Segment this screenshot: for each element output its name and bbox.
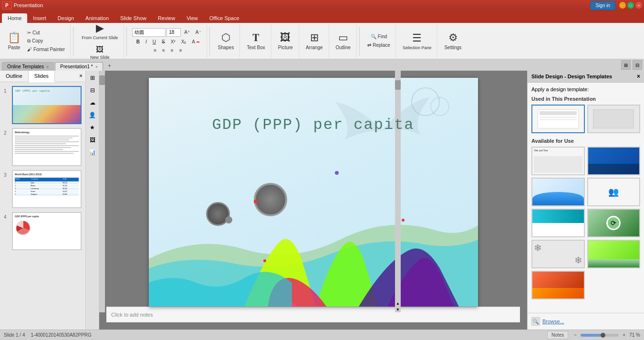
font-color-button[interactable]: A▬	[189, 38, 202, 45]
template-thumb-avail-2[interactable]	[587, 147, 641, 175]
align-center-button[interactable]: ≡	[160, 47, 167, 54]
align-left-button[interactable]: ≡	[151, 47, 159, 54]
subscript-button[interactable]: X₂	[179, 38, 189, 45]
doc-tab-presentation1[interactable]: Presentation1 * ×	[55, 62, 103, 71]
sign-in-button[interactable]: Sign in	[590, 1, 615, 10]
thumbnail-slide-4[interactable]: 4 GDP (PPP) per capita	[4, 212, 82, 250]
tab-home[interactable]: Home	[2, 13, 27, 23]
format-painter-button[interactable]: 🖌 Format Painter	[25, 46, 67, 53]
sidebar-icon-1[interactable]: ⊞	[87, 72, 98, 84]
thumbnails-container[interactable]: 1 GDP (PPP) per capita 2 Methodology	[0, 82, 85, 329]
app-logo: P	[2, 1, 12, 10]
apply-template-label: Apply a design template:	[531, 86, 640, 92]
browse-area: 🔍 Browse...	[528, 313, 644, 329]
doc-tab-label: Online Templates	[7, 64, 44, 69]
design-panel-close[interactable]: ×	[637, 73, 640, 80]
scroll-up-arrow[interactable]: ▲	[395, 300, 401, 306]
zoom-level: 71 %	[629, 332, 640, 338]
thumbnail-slide-1[interactable]: 1 GDP (PPP) per capita	[4, 86, 82, 124]
superscript-button[interactable]: X²	[168, 38, 178, 45]
template-thumb-used-2[interactable]	[587, 105, 641, 133]
scroll-down-arrow[interactable]: ▼	[395, 307, 401, 312]
selection-pane-group: ☰ Selection Pane	[397, 24, 438, 58]
new-tab-button[interactable]: +	[104, 61, 115, 71]
arrange-button[interactable]: ⊞ Arrange	[303, 30, 326, 52]
panel-close-button[interactable]: ×	[76, 71, 85, 82]
tab-review[interactable]: Review	[152, 13, 181, 23]
dot-red-3	[402, 219, 405, 222]
doc-tab-close-presentation1[interactable]: ×	[95, 64, 98, 69]
template-thumb-avail-1[interactable]: Title and Text	[531, 147, 585, 175]
thumbnail-slide-2[interactable]: 2 Methodology	[4, 128, 82, 166]
italic-button[interactable]: I	[143, 38, 149, 45]
thumb-img-4: GDP (PPP) per capita	[12, 212, 82, 250]
font-decrease-button[interactable]: A⁻	[193, 29, 204, 36]
outline-tab[interactable]: Outline	[0, 71, 29, 82]
sidebar-icon-6[interactable]: 🖼	[87, 134, 98, 146]
title-bar: P Presentation Sign in − □ ×	[0, 0, 644, 11]
sidebar-icon-4[interactable]: 👤	[87, 109, 98, 121]
close-button[interactable]: ×	[635, 2, 642, 9]
slide-group: ▶ From Current Slide 🖼 New Slide	[76, 24, 124, 58]
tab-insert[interactable]: Insert	[27, 13, 52, 23]
align-right-button[interactable]: ≡	[168, 47, 176, 54]
template-thumb-avail-7[interactable]: ❄ ❄	[531, 240, 585, 268]
selection-pane-button[interactable]: ☰ Selection Pane	[400, 31, 435, 52]
find-button[interactable]: 🔍 Find	[368, 33, 389, 40]
browse-button[interactable]: Browse...	[542, 319, 564, 324]
template-thumb-avail-5[interactable]	[531, 209, 585, 237]
maximize-button[interactable]: □	[627, 2, 634, 9]
slide-right-scrollbar[interactable]	[395, 71, 401, 312]
view-toggle-2[interactable]: ⊟	[633, 60, 642, 70]
paste-button[interactable]: 📋 Paste	[5, 30, 23, 52]
zoom-thumb[interactable]	[601, 333, 605, 338]
underline-button[interactable]: U	[150, 38, 158, 45]
slides-tab[interactable]: Slides	[29, 71, 55, 82]
template-thumb-avail-8[interactable]	[587, 240, 641, 268]
thumb-number-4: 4	[4, 214, 10, 220]
sidebar-icon-5[interactable]: ★	[87, 122, 98, 133]
textbox-button[interactable]: 𝐓 Text Box	[244, 30, 268, 52]
strikethrough-button[interactable]: S	[159, 38, 167, 45]
sidebar-icon-7[interactable]: 📊	[87, 147, 98, 158]
zoom-out-button[interactable]: −	[572, 332, 579, 339]
font-name-box[interactable]: 幼圆	[132, 28, 166, 37]
new-slide-button[interactable]: 🖼 New Slide	[87, 44, 113, 61]
thumbnail-slide-3[interactable]: 3 World Bank (2011-2013) Rank Country In…	[4, 170, 82, 208]
replace-button[interactable]: ⇄ Replace	[365, 42, 393, 49]
template-thumb-avail-3[interactable]	[531, 178, 585, 206]
sidebar-icon-3[interactable]: ☁	[87, 97, 98, 108]
notes-button[interactable]: Notes	[547, 331, 568, 339]
font-size-box[interactable]: 18	[166, 28, 181, 37]
doc-tab-close-online[interactable]: ×	[46, 64, 49, 69]
from-current-slide-button[interactable]: ▶ From Current Slide	[79, 21, 121, 42]
template-thumb-used-1[interactable]	[531, 105, 585, 133]
template-thumb-avail-6[interactable]: ⟳	[587, 209, 641, 237]
left-scroll-thumb	[99, 75, 105, 85]
settings-button[interactable]: ⚙ Settings	[441, 30, 464, 52]
tab-officespace[interactable]: Office Space	[204, 13, 245, 23]
copy-button[interactable]: ⧉ Copy	[25, 37, 67, 45]
cut-button[interactable]: ✂ Cut	[25, 29, 67, 36]
picture-button[interactable]: 🖼 Picture	[275, 30, 296, 52]
justify-button[interactable]: ≡	[177, 47, 185, 54]
left-scrollbar[interactable]	[99, 71, 105, 312]
tab-view[interactable]: View	[181, 13, 204, 23]
bold-button[interactable]: B	[134, 38, 142, 45]
sidebar-icon-2[interactable]: ⊟	[87, 85, 98, 96]
tab-design[interactable]: Design	[52, 13, 80, 23]
shapes-button[interactable]: ⬡ Shapes	[215, 30, 237, 52]
view-toggle-1[interactable]: ⊞	[621, 60, 631, 70]
zoom-slider[interactable]	[581, 334, 619, 337]
notes-area[interactable]: Click to add notes	[106, 307, 520, 322]
outline-button[interactable]: ▭ Outline	[333, 30, 354, 52]
design-panel-body[interactable]: Apply a design template: Used in This Pr…	[528, 83, 644, 313]
minimize-button[interactable]: −	[619, 2, 626, 9]
available-templates-grid: Title and Text 👥	[531, 147, 640, 299]
font-increase-button[interactable]: A⁺	[182, 29, 192, 36]
slide-scroll-thumb	[395, 80, 401, 90]
doc-tab-online-templates[interactable]: Online Templates ×	[2, 62, 54, 71]
zoom-in-button[interactable]: +	[621, 332, 627, 339]
template-thumb-avail-4[interactable]: 👥	[587, 178, 641, 206]
template-thumb-avail-9[interactable]	[531, 271, 585, 299]
